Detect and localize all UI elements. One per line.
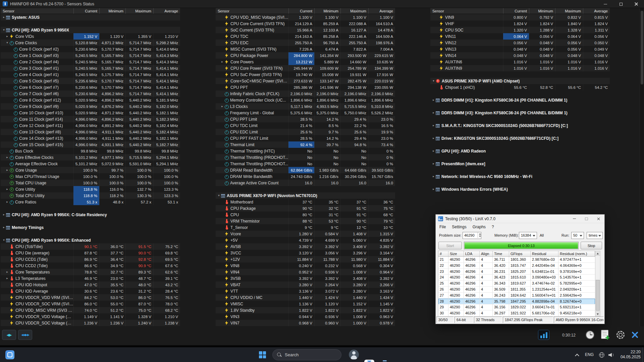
sensor-row[interactable]: CPU CCD1 (Tdie)86.9 °C36.4 °C92.8 °C69.5… <box>1 256 180 262</box>
results-row[interactable]: 244629046296436.4231815.6103.090480e+035… <box>438 275 595 281</box>
column-header-current[interactable]: Current <box>288 8 314 14</box>
sensor-row[interactable]: VIN30.944 V0.936 V1.008 V0.963 V <box>216 313 395 320</box>
sensor-row[interactable]: ▸Core Ratios51.3 x48.8 x57.2 x53.1 x <box>1 199 180 205</box>
sensor-row[interactable]: Vcore1.280 V0.584 V1.408 V1.315 V <box>216 231 395 237</box>
logging-report-button[interactable] <box>601 330 608 339</box>
sensor-group-row[interactable]: ▸CPU [#0]: AMD Ryzen 9 9950X: C-State Re… <box>1 212 180 218</box>
sensor-row[interactable]: ▸Core VIDs1.152 V1.120 V1.355 V1.210 V <box>1 33 180 40</box>
sensor-row[interactable]: ▸Core Powers13.212 W5.889 W14.660 W10.63… <box>216 59 395 65</box>
sensor-row[interactable]: CPU IOD Average30.6 °C23.6 °C31.2 °C28.4… <box>1 288 180 294</box>
column-header-maximum[interactable]: Maximum <box>555 8 583 14</box>
chevron-right-icon[interactable]: ▸ <box>2 14 6 20</box>
chevron-right-icon[interactable]: ▸ <box>5 33 9 40</box>
sensor-group-row[interactable]: ▸System: ASUS <box>1 14 180 20</box>
sensor-row[interactable]: CPU Die (average)87.8 °C37.7 °C90.0 °C69… <box>1 250 180 256</box>
chevron-right-icon[interactable]: ▸ <box>5 186 9 192</box>
minimize-button[interactable] <box>598 0 613 8</box>
sensor-row[interactable]: VIN110.064 V0.056 V0.064 V0.056 V <box>430 33 610 40</box>
sensor-row[interactable]: AUXTIN91.016 V1.016 V1.016 V1.016 V <box>430 65 610 71</box>
chevron-right-icon[interactable]: ▸ <box>431 186 436 192</box>
sensor-row[interactable]: Total CPU Usage100.0 %100.0 %100.0 %100.… <box>1 180 180 186</box>
panel-nav-button[interactable]: ◀▶ <box>2 330 16 340</box>
sensor-row[interactable]: CPU (Tctl/Tdie)90.1 °C36.0 °C91.5 °C75.2… <box>1 243 180 250</box>
volume-icon[interactable] <box>608 353 614 357</box>
sensor-row[interactable]: CPU PPT285.386 W141.596 W294.138 W230.05… <box>216 84 395 90</box>
chevron-right-icon[interactable]: ▸ <box>5 167 9 173</box>
chevron-right-icon[interactable]: ▸ <box>431 161 436 167</box>
sensor-group-row[interactable]: ▸Network: Intel Wireless-AC 9560 160MHz … <box>430 173 610 180</box>
stop-button[interactable]: Stop <box>581 242 602 249</box>
sensor-row[interactable]: Thermal Throttling (PROCHOT...NoNoNo0 % <box>216 154 395 161</box>
sensor-row[interactable]: Core 13 Clock (perf #8)4,996.0 MHz4,911.… <box>1 129 180 135</box>
sensor-row[interactable]: Thermal Throttling (PROCHOT...NoNoNo0 % <box>216 161 395 167</box>
results-row[interactable]: 214629046296436.7111801.3602.987680e-034… <box>438 257 595 263</box>
linx-close-button[interactable] <box>592 215 604 223</box>
sensor-row[interactable]: VIN40.952 V0.936 V1.008 V0.964 V <box>216 269 395 275</box>
search-box[interactable]: Search <box>272 349 341 360</box>
sensor-row[interactable]: VIN140.048 V0.048 V0.048 V0.048 V <box>430 52 610 59</box>
column-header-sensor[interactable]: Sensor <box>216 9 288 13</box>
chevron-right-icon[interactable]: ▸ <box>5 199 9 205</box>
chevron-right-icon[interactable]: ▸ <box>431 122 436 129</box>
sensor-row[interactable]: Memory Controller Clock (UC...1,896.6 MH… <box>216 97 395 103</box>
results-row[interactable]: 274629046296436.2431824.6421.560047e+012… <box>438 293 595 299</box>
sensor-row[interactable]: Thermal Limit92.4 %39.7 %94.8 %73.4 % <box>216 141 395 148</box>
taskbar-clock[interactable]: 22:20 04.05.2025 <box>618 350 641 360</box>
sensor-row[interactable]: CPU Core Current (SVI3 TFN)214.129 A85.2… <box>216 20 395 27</box>
sensor-group-row[interactable]: ▾CPU [#0]: AMD Ryzen 9 9950X: Enhanced <box>1 237 180 243</box>
sensor-row[interactable]: VIN80.240 V0.232 V0.568 V0.304 V <box>216 262 395 269</box>
chevron-down-icon[interactable]: ▾ <box>2 237 6 243</box>
sensor-row[interactable]: VRM Thermistor88 °C53 °C90 °C79 °C <box>216 218 395 224</box>
scroll-up-arrow[interactable] <box>595 251 600 256</box>
sensor-group-row[interactable]: ▸PresentMon [dwm.exe] <box>430 161 610 167</box>
close-sensors-button[interactable] <box>631 330 639 339</box>
menu-file[interactable]: File <box>436 225 449 229</box>
sensor-row[interactable]: ▸Core Temperatures78.8 °C32.7 °C89.3 °C6… <box>1 269 180 275</box>
sensor-group-row[interactable]: ▸Drive: KINGSTON SKC3000S1024G (50026B76… <box>430 135 610 141</box>
sensor-row[interactable]: Max CPU/Thread Usage100.0 %100.0 %100.0 … <box>1 173 180 180</box>
problem-size-spinner[interactable] <box>478 232 481 238</box>
scrollbar-thumb[interactable] <box>596 280 600 311</box>
sensor-row[interactable]: Total CPU Utility118.8 %118.2 %130.3 %12… <box>1 192 180 199</box>
column-header-minimum[interactable]: Minimum <box>314 8 340 14</box>
column-header-average[interactable]: Average <box>368 8 395 14</box>
sensor-row[interactable]: VMISC1.136 V1.120 V1.152 V1.145 V <box>216 301 395 307</box>
column-header-sensor[interactable]: Sensor <box>430 9 503 13</box>
chevron-right-icon[interactable]: ▸ <box>431 110 436 116</box>
sensor-row[interactable]: Core+SoC+MISC Power (SVI3...273.633 W133… <box>216 78 395 84</box>
sensor-row[interactable]: Core 14 Clock (perf #13)4,996.0 MHz4,911… <box>1 135 180 141</box>
sensor-row[interactable]: +12V11.884 V11.788 V11.980 V11.884 V <box>216 256 395 262</box>
sensor-row[interactable]: VIN130.048 V0.048 V0.056 V0.049 V <box>430 46 610 52</box>
column-header-minimum[interactable]: Minimum <box>99 8 125 14</box>
chevron-down-icon[interactable]: ▾ <box>217 192 221 199</box>
sensor-row[interactable]: +5V4.739 V4.699 V5.060 V4.835 V <box>216 237 395 243</box>
sensor-row[interactable]: T_Sensor9 °C9 °C12 °C10 °C <box>216 224 395 231</box>
sensor-row[interactable]: Average Effective Clock5,101.2 MHz5,072.… <box>1 161 180 167</box>
column-header-current[interactable]: Current <box>73 8 99 14</box>
sensor-row[interactable]: Core 1 Clock (perf #3)5,240.5 MHz5,165.7… <box>1 52 180 59</box>
scrollbar-thumb[interactable] <box>641 11 643 84</box>
sensor-row[interactable]: VIN70.968 V0.960 V1.000 V0.978 V <box>216 320 395 326</box>
chevron-right-icon[interactable]: ▸ <box>431 148 436 154</box>
sensor-row[interactable]: 3VCC3.120 V3.056 V3.296 V3.164 V <box>216 250 395 256</box>
close-button[interactable] <box>629 0 644 8</box>
start-button[interactable] <box>259 351 266 358</box>
sensor-row[interactable]: Thermal Throttling (HTC)NoNoNo0 % <box>216 148 395 154</box>
sensor-row[interactable]: CPU TDC Limit21.4 %8.5 %22.2 %16.5 % <box>216 122 395 129</box>
sensor-row[interactable]: 1.8V Standby1.822 V1.822 V1.822 V1.822 V <box>216 307 395 313</box>
sensor-row[interactable]: CPU IOD Hotspot47.0 °C35.5 °C48.0 °C43.2… <box>1 282 180 288</box>
sensor-row[interactable]: Core 10 Clock (perf #10)5,020.9 MHz4,871… <box>1 110 180 116</box>
sensor-row[interactable]: VHIF1.824 V1.824 V1.840 V1.824 V <box>430 20 610 27</box>
chevron-down-icon[interactable]: ▾ <box>431 78 436 84</box>
sensor-row[interactable]: CPU CCD2 (Tdie)86.6 °C34.9 °C90.9 °C67.6… <box>1 262 180 269</box>
menu-help[interactable]: ? <box>489 225 497 229</box>
chevron-right-icon[interactable]: ▸ <box>431 173 436 180</box>
widgets-icon[interactable] <box>5 350 14 359</box>
start-button[interactable]: Start <box>438 242 462 249</box>
column-header-maximum[interactable]: Maximum <box>125 8 153 14</box>
sensor-group-row[interactable]: ▾ASUS PRIME X870-P WIFI (Nuvoton NCT6701… <box>216 192 395 199</box>
column-header-current[interactable]: Current <box>503 8 529 14</box>
chevron-right-icon[interactable]: ▸ <box>2 224 6 231</box>
run-units-select[interactable]: times <box>587 232 603 239</box>
chevron-right-icon[interactable]: ▸ <box>2 212 6 218</box>
